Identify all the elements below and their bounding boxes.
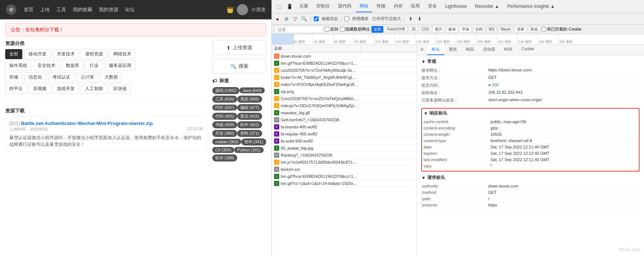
tag-item[interactable]: C# (304) (212, 147, 234, 153)
import-button[interactable]: ⬆ (407, 16, 414, 22)
cat-btn-os[interactable]: 操作系统 (5, 61, 31, 71)
network-row[interactable]: F fa-solid-900.woff2 (272, 138, 416, 145)
nav-link-favorites[interactable]: 我的收藏 (73, 6, 92, 13)
tag-item[interactable]: 工具 (634) (212, 96, 237, 103)
detail-tab-preview[interactable]: 预览 (444, 45, 461, 55)
devtools-tab-security[interactable]: 安全 (424, 1, 441, 12)
cat-btn-exam[interactable]: 考试认证 (48, 72, 74, 82)
filter-img[interactable]: 图片 (433, 26, 445, 33)
devtools-tab-performance[interactable]: 性能 (373, 1, 389, 12)
cat-btn-course[interactable]: 课程资源 (81, 49, 107, 59)
cat-btn-server[interactable]: 服务器应用 (105, 61, 135, 71)
tag-item[interactable]: 管件 (341) (241, 138, 266, 145)
network-row[interactable]: I hm.gif?hca=E99B24D511941D78&cc=1&ck=1&… (272, 60, 416, 67)
devtools-device-icon[interactable]: 📱 (284, 1, 295, 12)
clear-button[interactable]: ⊘ (283, 16, 290, 22)
nav-link-upload[interactable]: 上传 (40, 6, 50, 13)
cat-btn-dev[interactable]: 开发技术 (53, 49, 79, 59)
filter-toggle-button[interactable]: ▽ (292, 16, 299, 22)
invert-checkbox[interactable]: 反转 (325, 26, 338, 32)
detail-tab-initiator[interactable]: 启动器 (479, 45, 500, 55)
network-row[interactable]: J footer?v=M_T6kBGpY_NrgWUfHh9YgLEUnLq_Y… (272, 74, 416, 81)
filter-media[interactable]: 媒体 (446, 26, 458, 33)
filter-fetch-xhr[interactable]: Fetch/XHR (385, 26, 408, 32)
nav-link-resources[interactable]: 我的资源 (99, 6, 118, 13)
tag-item[interactable]: 开发 (380) (212, 130, 237, 137)
filter-font[interactable]: 字体 (460, 26, 471, 33)
detail-tab-headers[interactable]: 标头 (427, 45, 444, 55)
search-toggle-button[interactable]: 🔍 (301, 16, 307, 22)
cat-btn-bigdata[interactable]: 大数据 (100, 72, 122, 82)
network-row[interactable]: I hm.gif?hca=E99B24D511941D78&cc=1&ck=1&… (272, 173, 416, 180)
detail-tab-cookies[interactable]: Cookie (517, 45, 538, 55)
network-row[interactable]: J css20200705?v=xT2oFWAry93ouljk-3oSGkVo… (272, 67, 416, 74)
resource-card-title[interactable]: Battle.net-Authenticator-Wechat-Mini-Pro… (21, 121, 152, 126)
upload-resource-button[interactable]: ⬆ 上传资源 (212, 40, 266, 55)
tag-item[interactable]: 软件 (402) (237, 121, 262, 128)
tag-item[interactable]: 系统 (608) (237, 96, 262, 103)
tag-item[interactable]: 代码 (455) (212, 113, 237, 120)
network-row[interactable]: I hm.gif?cc=1&ck=1&cl=24-bit&ds=1920x108… (272, 180, 416, 187)
response-headers-title[interactable]: ▼ 响应标头 (424, 110, 637, 116)
devtools-tab-performance-insights[interactable]: Performance insights ▲ (503, 1, 558, 12)
filter-js[interactable]: JS (409, 26, 418, 32)
tag-item[interactable]: Python (301) (234, 147, 264, 153)
network-row[interactable]: O Ranking?_=1663416704239 (272, 152, 416, 159)
tag-item[interactable]: 源码 (1402) (212, 87, 239, 94)
blocked-cookies-checkbox[interactable]: 有已拦截的 Cookie (541, 26, 581, 32)
network-row[interactable]: I noavatar_big.gif (272, 109, 416, 116)
search-button[interactable]: 🔍 搜索 (212, 59, 266, 74)
export-button[interactable]: ⬇ (416, 16, 423, 22)
filter-ws[interactable]: WS (486, 26, 497, 32)
network-row[interactable]: I vip.png (272, 88, 416, 95)
detail-tab-response[interactable]: 响应 (461, 45, 479, 55)
devtools-tab-recorder[interactable]: Recorder ▲ (471, 1, 503, 12)
cat-btn-cross[interactable]: 跨平台 (5, 84, 27, 94)
nav-link-home[interactable]: 首页 (24, 6, 33, 13)
filter-other[interactable]: 其他 (528, 26, 540, 33)
filter-css[interactable]: CSS (419, 26, 432, 32)
cat-btn-mobile[interactable]: 移动开发 (25, 49, 51, 59)
cat-btn-game[interactable]: 游戏开发 (53, 84, 79, 94)
devtools-inspect-icon[interactable]: ⬚ (275, 1, 284, 12)
tag-item[interactable]: 软件 (288) (212, 154, 237, 161)
cat-btn-all[interactable]: 全部 (5, 49, 22, 59)
network-row[interactable]: O favicon.ico (272, 166, 416, 173)
network-row[interactable]: O GetUserInfo?_=1663416704238 (272, 116, 416, 124)
cat-btn-industry[interactable]: 行业 (86, 61, 103, 71)
hide-data-url-checkbox[interactable]: 隐藏数据网址 (340, 26, 370, 32)
cat-btn-network[interactable]: 网络技术 (109, 49, 135, 59)
nav-link-forum[interactable]: 论坛 (125, 6, 135, 13)
tag-item[interactable]: PDF (547) (212, 105, 237, 111)
cat-btn-blockchain[interactable]: 区块链 (109, 84, 131, 94)
devtools-tab-application[interactable]: 应用 (407, 1, 424, 12)
network-row[interactable]: F fa-brands-400.woff2 (272, 124, 416, 131)
cat-btn-db[interactable]: 数据库 (62, 61, 83, 71)
filter-manifest[interactable]: 清单 (515, 26, 527, 33)
nav-link-tools[interactable]: 工具 (57, 6, 66, 13)
cat-btn-storage[interactable]: 存储 (5, 72, 22, 82)
filter-all[interactable]: 全部 (371, 26, 383, 33)
network-row[interactable]: J index?v=87iOVflpUAqKEZbxFZhleKgLWnu2ve… (272, 81, 416, 88)
cat-btn-ai[interactable]: 人工智能 (81, 84, 107, 94)
network-row[interactable]: J Core20200705?v=cnZGYaTktQmyMMzLAltwvkF… (272, 95, 416, 102)
network-row[interactable]: J indexjs?v=DDcG7K8QwVNPjUXAWgZplpf9pVq8… (272, 102, 416, 109)
network-row[interactable]: J hm.js?e2d450175713d50dc45043b3f7132d36 (272, 159, 416, 166)
tag-item[interactable]: matlab (363) (212, 139, 241, 145)
network-row[interactable]: I 00_avatar_big.jpg (272, 145, 416, 152)
tag-item[interactable]: Java (643) (239, 87, 265, 93)
detail-close-btn[interactable]: ✕ (417, 45, 427, 55)
devtools-tab-memory[interactable]: 内存 (390, 1, 406, 12)
detail-tab-timing[interactable]: 时间 (500, 45, 517, 55)
cat-btn-cloud[interactable]: 云计算 (77, 72, 98, 82)
cat-btn-info[interactable]: 信息化 (25, 72, 46, 82)
devtools-tab-network[interactable]: 网络 (356, 1, 372, 12)
tag-item[interactable]: 算法 (415) (237, 113, 262, 120)
devtools-tab-elements[interactable]: 元素 (296, 1, 312, 12)
general-section-title[interactable]: ▼ 常规 (421, 58, 640, 65)
request-headers-title[interactable]: ▼ 请求标头 (421, 175, 640, 181)
record-button[interactable]: ● (274, 16, 281, 22)
tag-item[interactable]: 编程 (477) (237, 104, 262, 111)
devtools-tab-lighthouse[interactable]: Lighthouse (441, 1, 471, 12)
tag-item[interactable]: 资料 (371) (237, 130, 262, 137)
